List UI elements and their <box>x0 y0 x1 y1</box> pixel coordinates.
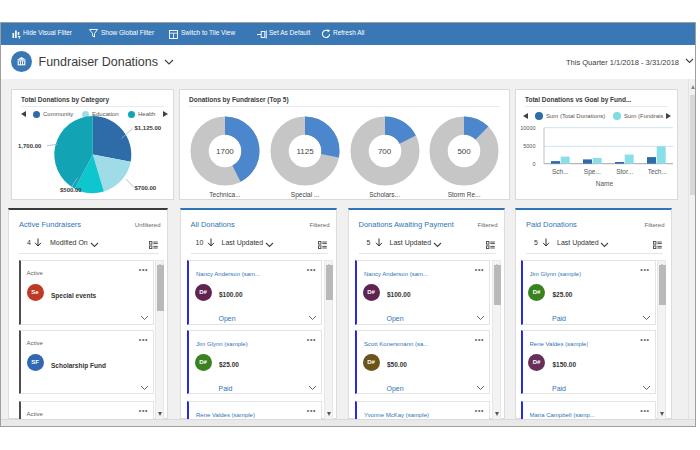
svg-text:Spe...: Spe... <box>584 168 601 176</box>
svg-text:Tech...: Tech... <box>648 168 667 175</box>
svg-text:10000: 10000 <box>520 125 535 131</box>
svg-text:0: 0 <box>532 161 535 167</box>
svg-text:Name: Name <box>596 180 614 187</box>
svg-text:Stor...: Stor... <box>616 168 633 175</box>
svg-text:5000: 5000 <box>523 143 535 149</box>
svg-text:Sch...: Sch... <box>552 168 569 175</box>
